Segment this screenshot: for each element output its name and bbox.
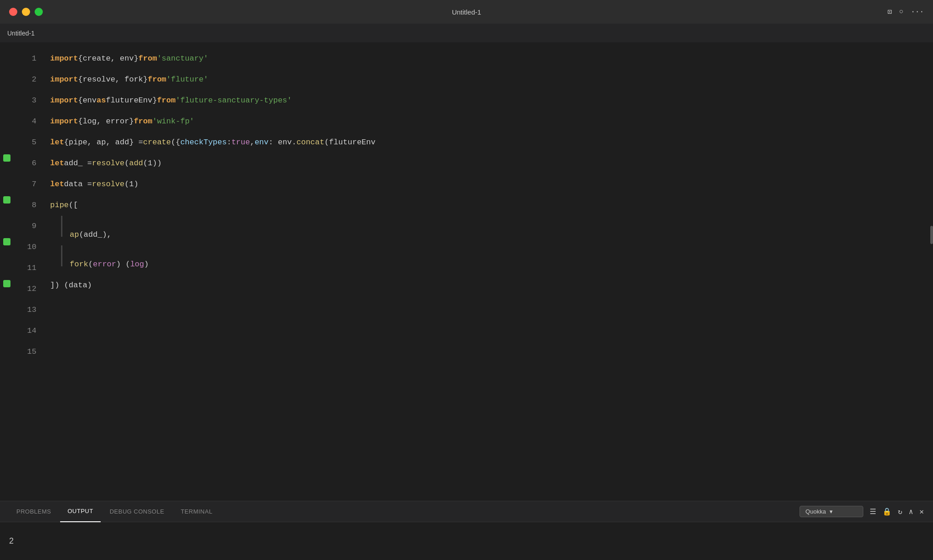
token-kw-from: from	[134, 111, 153, 132]
breakpoint-row-14	[0, 315, 14, 336]
token-punct: : env.	[269, 132, 297, 153]
tab-debug-console[interactable]: DEBUG CONSOLE	[103, 501, 172, 522]
panel-content: 2	[0, 522, 933, 560]
token-kw-let: let	[50, 174, 64, 195]
tab-bar: Untitled-1	[0, 24, 933, 43]
token-kw-from: from	[148, 69, 166, 90]
token-kw-from: from	[157, 90, 176, 111]
line-number-4: 4	[14, 111, 36, 132]
editor-scrollbar[interactable]	[928, 43, 933, 501]
token-punct: ,	[250, 132, 255, 153]
line-number-5: 5	[14, 132, 36, 153]
line-number-15: 15	[14, 341, 36, 362]
panel-tab-actions: Quokka ▾ ☰ 🔒 ↻ ∧ ✕	[800, 506, 924, 517]
code-line-15: ]) (data)	[50, 275, 933, 296]
token-kw-as: as	[97, 90, 106, 111]
token-punct: add_ =	[64, 153, 92, 174]
token-punct: ({	[171, 132, 180, 153]
line-number-2: 2	[14, 69, 36, 90]
code-line-13: ap (add_),	[50, 216, 933, 245]
token-fn-yellow: resolve	[92, 153, 124, 174]
breakpoint-dot	[3, 196, 10, 204]
breakpoint-row-9	[0, 210, 14, 231]
minimize-button[interactable]	[22, 8, 30, 16]
split-editor-icon[interactable]: ⊡	[887, 7, 892, 16]
breakpoint-dot	[3, 238, 10, 245]
chevron-down-icon: ▾	[830, 508, 833, 515]
breakpoint-row-12	[0, 273, 14, 294]
token-var-purple: log	[130, 254, 144, 275]
token-kw-import: import	[50, 90, 78, 111]
token-var-default: env	[82, 90, 97, 111]
token-punct: }	[152, 90, 157, 111]
line-number-11: 11	[14, 258, 36, 279]
title-bar-actions: ⊡ ○ ···	[887, 7, 924, 16]
token-fn-yellow: fork	[70, 254, 88, 275]
pipe-bar-icon	[61, 216, 62, 237]
token-kw-true: true	[231, 132, 250, 153]
code-line-1: import { create, env } from 'sanctuary'	[50, 48, 933, 69]
token-punct: ]) (data)	[50, 275, 92, 296]
token-str-green: 'sanctuary'	[157, 48, 208, 69]
token-kw-let: let	[50, 153, 64, 174]
token-punct: (	[88, 254, 93, 275]
close-button[interactable]	[9, 8, 17, 16]
refresh-icon[interactable]: ↻	[898, 507, 902, 516]
breakpoint-row-2	[0, 64, 14, 85]
breakpoint-dot	[3, 280, 10, 287]
tab-terminal[interactable]: TERMINAL	[174, 501, 220, 522]
line-number-12: 12	[14, 279, 36, 300]
list-filter-icon[interactable]: ☰	[870, 507, 876, 516]
code-area[interactable]: import { create, env } from 'sanctuary'i…	[46, 43, 933, 501]
breakpoint-row-8	[0, 189, 14, 210]
token-kw-import: import	[50, 48, 78, 69]
token-prop-cyan: env	[255, 132, 269, 153]
more-actions-icon[interactable]: ···	[911, 8, 924, 16]
code-line-2: import { resolve, fork } from 'fluture'	[50, 69, 933, 90]
token-var-purple: error	[93, 254, 116, 275]
token-punct: (1))	[143, 153, 162, 174]
close-panel-icon[interactable]: ✕	[919, 507, 924, 516]
token-punct: } =	[129, 132, 143, 153]
maximize-button[interactable]	[35, 8, 43, 16]
token-punct: {	[78, 69, 82, 90]
breakpoint-row-15	[0, 336, 14, 357]
line-number-3: 3	[14, 90, 36, 111]
token-punct: {	[78, 48, 82, 69]
breakpoint-row-5	[0, 127, 14, 148]
token-punct: (add_),	[79, 224, 111, 245]
code-line-3: import { env as flutureEnv } from 'flutu…	[50, 90, 933, 111]
breakpoint-gutter	[0, 43, 14, 501]
breakpoint-row-3	[0, 85, 14, 106]
scrollbar-thumb	[930, 226, 933, 244]
token-str-green: 'fluture'	[166, 69, 208, 90]
tab-output[interactable]: OUTPUT	[60, 501, 100, 522]
token-punct: ) (	[116, 254, 130, 275]
token-kw-let: let	[50, 132, 64, 153]
token-punct: }	[129, 111, 133, 132]
chevron-up-icon[interactable]: ∧	[909, 507, 913, 516]
code-line-6: let { pipe, ap, add } = create ({ checkT…	[50, 132, 933, 153]
token-var-default: resolve, fork	[82, 69, 143, 90]
pipe-bar-icon	[61, 245, 62, 266]
line-number-10: 10	[14, 237, 36, 258]
line-numbers: 123456789101112131415	[14, 43, 46, 501]
breakpoint-row-11	[0, 252, 14, 273]
breakpoint-row-10	[0, 231, 14, 252]
line-number-13: 13	[14, 300, 36, 321]
token-punct: (flutureEnv	[324, 132, 375, 153]
panel-tabs: PROBLEMS OUTPUT DEBUG CONSOLE TERMINAL Q…	[0, 501, 933, 522]
quokka-dropdown[interactable]: Quokka ▾	[800, 506, 863, 517]
code-line-8: let add_ = resolve (add (1))	[50, 153, 933, 174]
token-fn-yellow: pipe	[50, 195, 69, 216]
token-kw-import: import	[50, 111, 78, 132]
lock-icon[interactable]: 🔒	[882, 507, 892, 516]
tab-problems[interactable]: PROBLEMS	[9, 501, 58, 522]
tab-untitled[interactable]: Untitled-1	[7, 30, 35, 37]
token-punct: }	[134, 48, 138, 69]
quokka-label: Quokka	[805, 508, 826, 515]
code-line-10: let data = resolve (1)	[50, 174, 933, 195]
editor-container: Untitled-1 123456789101112131415 import …	[0, 24, 933, 501]
code-line-14: fork (error) (log)	[50, 245, 933, 275]
line-number-8: 8	[14, 195, 36, 216]
